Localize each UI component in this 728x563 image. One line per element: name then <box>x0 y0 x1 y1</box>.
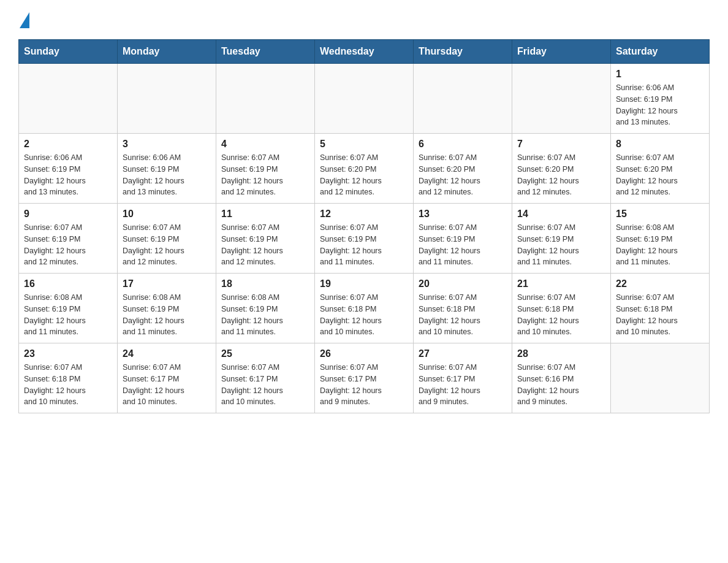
calendar-cell: 1Sunrise: 6:06 AM Sunset: 6:19 PM Daylig… <box>611 64 710 134</box>
page-header <box>18 12 710 27</box>
day-number: 17 <box>123 278 211 289</box>
calendar-cell: 22Sunrise: 6:07 AM Sunset: 6:18 PM Dayli… <box>611 274 710 343</box>
logo-arrow-icon <box>20 12 29 28</box>
day-number: 1 <box>616 69 704 80</box>
day-number: 25 <box>221 348 309 359</box>
day-number: 15 <box>616 209 704 220</box>
day-number: 4 <box>221 139 309 150</box>
calendar-cell <box>118 64 216 134</box>
calendar-cell: 2Sunrise: 6:06 AM Sunset: 6:19 PM Daylig… <box>19 134 118 204</box>
day-number: 23 <box>24 348 112 359</box>
calendar-cell <box>611 343 710 413</box>
day-number: 8 <box>616 139 704 150</box>
weekday-header-sunday: Sunday <box>19 40 118 64</box>
day-number: 21 <box>517 278 605 289</box>
weekday-header-monday: Monday <box>118 40 216 64</box>
day-number: 22 <box>616 278 704 289</box>
calendar-cell: 5Sunrise: 6:07 AM Sunset: 6:20 PM Daylig… <box>315 134 414 204</box>
day-info: Sunrise: 6:07 AM Sunset: 6:17 PM Dayligh… <box>221 362 309 408</box>
day-info: Sunrise: 6:07 AM Sunset: 6:17 PM Dayligh… <box>419 362 507 408</box>
day-info: Sunrise: 6:07 AM Sunset: 6:17 PM Dayligh… <box>320 362 408 408</box>
calendar-week-2: 2Sunrise: 6:06 AM Sunset: 6:19 PM Daylig… <box>19 134 710 204</box>
day-info: Sunrise: 6:07 AM Sunset: 6:18 PM Dayligh… <box>24 362 112 408</box>
calendar-cell: 10Sunrise: 6:07 AM Sunset: 6:19 PM Dayli… <box>118 204 216 274</box>
calendar-cell <box>512 64 611 134</box>
calendar-cell: 8Sunrise: 6:07 AM Sunset: 6:20 PM Daylig… <box>611 134 710 204</box>
calendar-cell <box>315 64 414 134</box>
day-info: Sunrise: 6:07 AM Sunset: 6:19 PM Dayligh… <box>517 222 605 268</box>
calendar-week-5: 23Sunrise: 6:07 AM Sunset: 6:18 PM Dayli… <box>19 343 710 413</box>
day-number: 28 <box>517 348 605 359</box>
day-info: Sunrise: 6:08 AM Sunset: 6:19 PM Dayligh… <box>616 222 704 268</box>
calendar-cell: 17Sunrise: 6:08 AM Sunset: 6:19 PM Dayli… <box>118 274 216 343</box>
day-number: 6 <box>419 139 507 150</box>
day-info: Sunrise: 6:06 AM Sunset: 6:19 PM Dayligh… <box>616 82 704 128</box>
calendar-week-3: 9Sunrise: 6:07 AM Sunset: 6:19 PM Daylig… <box>19 204 710 274</box>
weekday-header-saturday: Saturday <box>611 40 710 64</box>
weekday-header-tuesday: Tuesday <box>216 40 315 64</box>
day-info: Sunrise: 6:07 AM Sunset: 6:20 PM Dayligh… <box>320 152 408 198</box>
calendar-cell: 19Sunrise: 6:07 AM Sunset: 6:18 PM Dayli… <box>315 274 414 343</box>
day-number: 5 <box>320 139 408 150</box>
day-number: 20 <box>419 278 507 289</box>
day-info: Sunrise: 6:06 AM Sunset: 6:19 PM Dayligh… <box>24 152 112 198</box>
calendar-cell: 13Sunrise: 6:07 AM Sunset: 6:19 PM Dayli… <box>414 204 512 274</box>
day-info: Sunrise: 6:07 AM Sunset: 6:19 PM Dayligh… <box>24 222 112 268</box>
calendar-cell: 3Sunrise: 6:06 AM Sunset: 6:19 PM Daylig… <box>118 134 216 204</box>
day-info: Sunrise: 6:06 AM Sunset: 6:19 PM Dayligh… <box>123 152 211 198</box>
day-info: Sunrise: 6:07 AM Sunset: 6:18 PM Dayligh… <box>616 292 704 338</box>
calendar-cell: 28Sunrise: 6:07 AM Sunset: 6:16 PM Dayli… <box>512 343 611 413</box>
calendar-table: SundayMondayTuesdayWednesdayThursdayFrid… <box>18 39 710 413</box>
calendar-week-1: 1Sunrise: 6:06 AM Sunset: 6:19 PM Daylig… <box>19 64 710 134</box>
calendar-cell: 26Sunrise: 6:07 AM Sunset: 6:17 PM Dayli… <box>315 343 414 413</box>
day-info: Sunrise: 6:08 AM Sunset: 6:19 PM Dayligh… <box>123 292 211 338</box>
day-info: Sunrise: 6:07 AM Sunset: 6:18 PM Dayligh… <box>419 292 507 338</box>
day-info: Sunrise: 6:07 AM Sunset: 6:19 PM Dayligh… <box>221 152 309 198</box>
day-number: 10 <box>123 209 211 220</box>
day-number: 3 <box>123 139 211 150</box>
day-info: Sunrise: 6:07 AM Sunset: 6:18 PM Dayligh… <box>320 292 408 338</box>
calendar-cell: 24Sunrise: 6:07 AM Sunset: 6:17 PM Dayli… <box>118 343 216 413</box>
day-info: Sunrise: 6:07 AM Sunset: 6:19 PM Dayligh… <box>123 222 211 268</box>
day-number: 11 <box>221 209 309 220</box>
day-number: 24 <box>123 348 211 359</box>
day-info: Sunrise: 6:07 AM Sunset: 6:20 PM Dayligh… <box>616 152 704 198</box>
calendar-cell: 14Sunrise: 6:07 AM Sunset: 6:19 PM Dayli… <box>512 204 611 274</box>
calendar-cell: 20Sunrise: 6:07 AM Sunset: 6:18 PM Dayli… <box>414 274 512 343</box>
day-number: 12 <box>320 209 408 220</box>
day-number: 18 <box>221 278 309 289</box>
day-info: Sunrise: 6:07 AM Sunset: 6:19 PM Dayligh… <box>221 222 309 268</box>
calendar-body: 1Sunrise: 6:06 AM Sunset: 6:19 PM Daylig… <box>19 64 710 413</box>
calendar-header: SundayMondayTuesdayWednesdayThursdayFrid… <box>19 40 710 64</box>
day-info: Sunrise: 6:08 AM Sunset: 6:19 PM Dayligh… <box>24 292 112 338</box>
calendar-cell: 9Sunrise: 6:07 AM Sunset: 6:19 PM Daylig… <box>19 204 118 274</box>
calendar-cell: 11Sunrise: 6:07 AM Sunset: 6:19 PM Dayli… <box>216 204 315 274</box>
calendar-cell: 4Sunrise: 6:07 AM Sunset: 6:19 PM Daylig… <box>216 134 315 204</box>
day-info: Sunrise: 6:07 AM Sunset: 6:19 PM Dayligh… <box>320 222 408 268</box>
day-number: 13 <box>419 209 507 220</box>
day-info: Sunrise: 6:07 AM Sunset: 6:18 PM Dayligh… <box>517 292 605 338</box>
day-info: Sunrise: 6:07 AM Sunset: 6:20 PM Dayligh… <box>517 152 605 198</box>
day-info: Sunrise: 6:07 AM Sunset: 6:20 PM Dayligh… <box>419 152 507 198</box>
day-info: Sunrise: 6:08 AM Sunset: 6:19 PM Dayligh… <box>221 292 309 338</box>
calendar-cell: 23Sunrise: 6:07 AM Sunset: 6:18 PM Dayli… <box>19 343 118 413</box>
calendar-week-4: 16Sunrise: 6:08 AM Sunset: 6:19 PM Dayli… <box>19 274 710 343</box>
calendar-cell: 6Sunrise: 6:07 AM Sunset: 6:20 PM Daylig… <box>414 134 512 204</box>
day-number: 14 <box>517 209 605 220</box>
calendar-cell: 25Sunrise: 6:07 AM Sunset: 6:17 PM Dayli… <box>216 343 315 413</box>
day-info: Sunrise: 6:07 AM Sunset: 6:16 PM Dayligh… <box>517 362 605 408</box>
logo <box>18 12 29 27</box>
day-number: 2 <box>24 139 112 150</box>
calendar-cell: 15Sunrise: 6:08 AM Sunset: 6:19 PM Dayli… <box>611 204 710 274</box>
day-number: 19 <box>320 278 408 289</box>
day-info: Sunrise: 6:07 AM Sunset: 6:19 PM Dayligh… <box>419 222 507 268</box>
calendar-cell <box>414 64 512 134</box>
calendar-cell: 27Sunrise: 6:07 AM Sunset: 6:17 PM Dayli… <box>414 343 512 413</box>
weekday-header-thursday: Thursday <box>414 40 512 64</box>
calendar-cell: 18Sunrise: 6:08 AM Sunset: 6:19 PM Dayli… <box>216 274 315 343</box>
weekday-header-row: SundayMondayTuesdayWednesdayThursdayFrid… <box>19 40 710 64</box>
day-number: 26 <box>320 348 408 359</box>
day-number: 16 <box>24 278 112 289</box>
day-number: 27 <box>419 348 507 359</box>
day-number: 7 <box>517 139 605 150</box>
